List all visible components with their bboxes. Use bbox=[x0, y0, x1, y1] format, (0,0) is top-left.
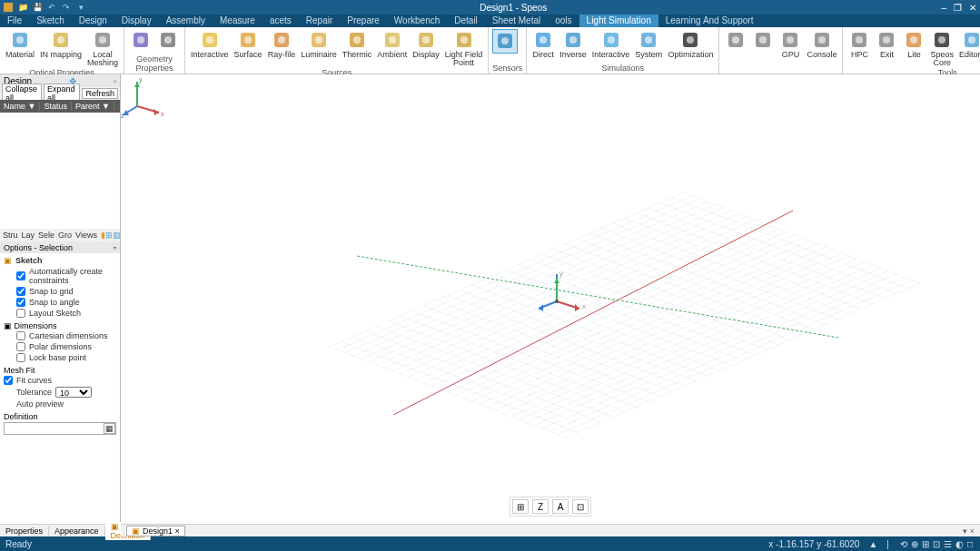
ribbon-interactive-button[interactable]: Interactive bbox=[590, 29, 632, 60]
ribbon-sensors-button[interactable] bbox=[492, 29, 518, 54]
ribbon-ambient-button[interactable]: Ambient bbox=[375, 29, 409, 60]
menu-tab-file[interactable]: File bbox=[0, 15, 29, 27]
bottom-tab-appearance[interactable]: Appearance bbox=[49, 526, 105, 536]
ribbon-display-button[interactable]: Display bbox=[411, 29, 441, 60]
ribbon-geometry-button[interactable] bbox=[128, 29, 153, 52]
ribbon-thermic-button[interactable]: Thermic bbox=[341, 29, 374, 60]
view-triad[interactable]: x y z bbox=[121, 74, 166, 120]
ribbon-inverse-button[interactable]: Inverse bbox=[558, 29, 589, 60]
view-control-button[interactable]: ⊡ bbox=[572, 499, 589, 514]
ribbon-optimization-button[interactable]: Optimization bbox=[666, 29, 715, 60]
ribbon-surface-button[interactable]: Surface bbox=[233, 29, 264, 60]
svg-line-107 bbox=[495, 275, 731, 366]
ribbon-editors-button[interactable]: Editors bbox=[957, 29, 980, 60]
menu-tab-sheet-metal[interactable]: Sheet Metal bbox=[485, 15, 548, 27]
checkbox-layout_sketch[interactable] bbox=[16, 309, 25, 318]
checkbox-polar[interactable] bbox=[16, 342, 25, 351]
options-body: ▣Sketch Automatically create constraints… bbox=[0, 253, 120, 524]
menu-tab-workbench[interactable]: Workbench bbox=[387, 15, 447, 27]
menu-tab-prepare[interactable]: Prepare bbox=[340, 15, 387, 27]
view-control-button[interactable]: ⊞ bbox=[512, 499, 529, 514]
ribbon-gpu-button[interactable]: GPU bbox=[777, 29, 803, 60]
ribbon-luminaire-button[interactable]: Luminaire bbox=[299, 29, 339, 60]
sketch-section[interactable]: ▣Sketch bbox=[4, 255, 116, 266]
status-scale-icon[interactable]: ▲ bbox=[868, 539, 877, 549]
view-control-button[interactable]: Z bbox=[532, 499, 549, 514]
checkbox-cartesian[interactable] bbox=[16, 331, 25, 340]
status-icon[interactable]: ⟲ bbox=[900, 539, 907, 549]
ribbon-in-mapping-button[interactable]: IN mapping bbox=[38, 29, 84, 60]
scene-canvas[interactable]: x y bbox=[121, 74, 980, 524]
checkbox-auto_constraints[interactable] bbox=[16, 271, 25, 280]
menu-tab-display[interactable]: Display bbox=[114, 15, 159, 27]
menu-tab-acets[interactable]: acets bbox=[262, 15, 299, 27]
menu-tab-sketch[interactable]: Sketch bbox=[29, 15, 72, 27]
checkbox-snap_grid[interactable] bbox=[16, 287, 25, 296]
menu-tab-measure[interactable]: Measure bbox=[213, 15, 262, 27]
tolerance-select[interactable]: 10 bbox=[55, 387, 92, 398]
ribbon-lite-button[interactable]: Lite bbox=[901, 29, 926, 60]
bottom-tab-properties[interactable]: Properties bbox=[0, 526, 49, 536]
svg-line-111 bbox=[542, 254, 778, 345]
view-tab-stru[interactable]: Stru bbox=[3, 231, 18, 240]
view-tab-lay[interactable]: Lay bbox=[22, 231, 35, 240]
ribbon-speos-button[interactable]: Speos Core bbox=[928, 29, 955, 68]
menu-tab-repair[interactable]: Repair bbox=[299, 15, 340, 27]
status-icon[interactable]: □ bbox=[967, 539, 973, 549]
status-icon[interactable]: ⊡ bbox=[933, 539, 940, 549]
close-button[interactable]: ✕ bbox=[969, 3, 976, 13]
ribbon-light-field-button[interactable]: Light Field Pointt bbox=[443, 29, 485, 68]
ribbon-geometry-button[interactable] bbox=[155, 29, 181, 52]
menu-tab-ools[interactable]: ools bbox=[548, 15, 579, 27]
menu-tab-learning-and-support[interactable]: Learning And Support bbox=[658, 15, 761, 27]
view-tab-gro[interactable]: Gro bbox=[58, 231, 72, 240]
view-tab-sele[interactable]: Sele bbox=[38, 231, 54, 240]
svg-text:z: z bbox=[121, 113, 124, 119]
document-tab[interactable]: ▣ Design1 × bbox=[126, 526, 185, 536]
status-icon[interactable]: ⊞ bbox=[922, 539, 929, 549]
definition-input[interactable] bbox=[4, 422, 116, 435]
status-icon[interactable]: ☰ bbox=[944, 539, 952, 549]
column-parent[interactable]: Parent ▼ bbox=[72, 102, 114, 111]
undo-icon[interactable]: ↶ bbox=[47, 3, 56, 12]
checkbox-fit_curves[interactable] bbox=[4, 376, 13, 385]
ribbon-hpc-button[interactable]: HPC bbox=[846, 29, 872, 60]
menu-tab-design[interactable]: Design bbox=[72, 15, 114, 27]
status-icon[interactable]: ⊕ bbox=[911, 539, 918, 549]
ribbon-run-button[interactable] bbox=[723, 29, 748, 52]
options-pin-icon[interactable]: ▫ bbox=[114, 243, 116, 252]
panel-close-icon[interactable]: ▫ bbox=[113, 76, 116, 86]
checkbox-snap_angle[interactable] bbox=[16, 298, 25, 307]
column-status[interactable]: Status bbox=[40, 102, 72, 111]
ribbon-console-button[interactable]: Console bbox=[805, 29, 838, 60]
doc-tab-menu-icon[interactable]: ▾ × bbox=[963, 526, 975, 536]
open-icon[interactable]: 📁 bbox=[18, 3, 27, 12]
checkbox-lock_base[interactable] bbox=[16, 353, 25, 362]
definition-browse-icon[interactable]: ▦ bbox=[104, 423, 115, 434]
menu-tab-light-simulation[interactable]: Light Simulation bbox=[579, 15, 658, 27]
dimensions-section[interactable]: ▣ Dimensions bbox=[4, 319, 116, 330]
menu-tab-detail[interactable]: Detail bbox=[447, 15, 485, 27]
ribbon-run-button[interactable] bbox=[750, 29, 776, 52]
ribbon-system-button[interactable]: System bbox=[633, 29, 664, 60]
status-icon[interactable]: ◐ bbox=[955, 539, 964, 549]
viewport[interactable]: x y x y z ⊞ZA⊡ ▣ Design1 × ▾ × bbox=[121, 74, 980, 536]
menu-tab-assembly[interactable]: Assembly bbox=[159, 15, 213, 27]
column-name[interactable]: Name ▼ bbox=[0, 102, 40, 111]
view-mode-icons[interactable]: ▮⊞▥ bbox=[101, 231, 121, 240]
qat-dropdown-icon[interactable]: ▾ bbox=[76, 3, 85, 12]
ribbon-interactive-button[interactable]: Interactive bbox=[189, 29, 231, 60]
minimize-button[interactable]: – bbox=[941, 3, 946, 13]
tree-body[interactable] bbox=[0, 113, 120, 229]
view-control-button[interactable]: A bbox=[552, 499, 569, 514]
maximize-button[interactable]: ❐ bbox=[954, 3, 962, 13]
ribbon-ray-file-button[interactable]: Ray-file bbox=[266, 29, 298, 60]
ribbon-direct-button[interactable]: Direct bbox=[530, 29, 556, 60]
save-icon[interactable]: 💾 bbox=[33, 3, 42, 12]
view-tab-views[interactable]: Views bbox=[75, 231, 97, 240]
ribbon-exit-button[interactable]: Exit bbox=[874, 29, 899, 60]
refresh-button[interactable]: Refresh bbox=[82, 88, 118, 99]
ribbon-material-button[interactable]: Material bbox=[4, 29, 36, 60]
ribbon-local-button[interactable]: Local Meshing bbox=[85, 29, 120, 68]
redo-icon[interactable]: ↷ bbox=[62, 3, 71, 12]
